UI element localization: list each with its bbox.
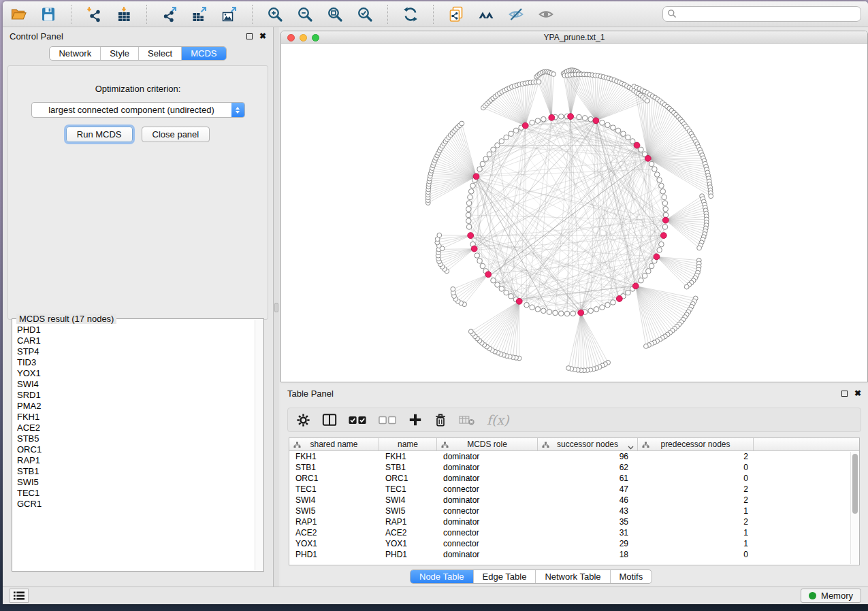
table-toolbar: f(x) [287,408,861,432]
mcds-result-item[interactable]: PHD1 [17,325,254,335]
table-row[interactable]: PHD1PHD1dominator180 [289,549,859,560]
tab-edge-table[interactable]: Edge Table [473,570,536,583]
maximize-window-icon[interactable] [312,34,319,42]
search-input[interactable] [662,6,861,22]
table-row[interactable]: TEC1TEC1connector472 [289,484,859,495]
float-table-panel-icon[interactable] [841,391,848,397]
table-scrollbar-thumb[interactable] [852,454,858,514]
add-column-icon[interactable] [408,413,422,427]
network-canvas[interactable] [281,44,867,382]
table-row[interactable]: SWI4SWI4dominator462 [289,495,859,506]
tab-style[interactable]: Style [100,47,138,60]
control-panel: Control Panel ✖ NetworkStyleSelectMCDS O… [3,27,274,587]
minimize-window-icon[interactable] [300,34,307,42]
tab-network-table[interactable]: Network Table [535,570,609,583]
zoom-in-icon[interactable] [266,5,284,23]
function-builder-icon[interactable]: f(x) [487,412,509,427]
mcds-result-item[interactable]: ACE2 [17,423,254,433]
attribute-type-icon [441,441,449,450]
zoom-fit-icon[interactable] [326,5,344,23]
criterion-dropdown[interactable]: largest connected component (undirected) [31,102,245,118]
table-row[interactable]: ACE2ACE2connector311 [289,527,859,538]
gear-icon[interactable] [296,413,310,427]
first-neighbors-icon[interactable] [477,5,495,23]
close-panel-icon[interactable]: ✖ [259,32,266,40]
control-panel-title: Control Panel [10,31,63,42]
zoom-out-icon[interactable] [296,5,314,23]
node-table: shared namenameMCDS rolesuccessor nodesp… [289,437,860,565]
export-table-icon[interactable] [191,5,208,23]
mcds-result-title: MCDS result (17 nodes) [16,314,116,324]
deselect-all-checkboxes-icon[interactable] [379,416,397,425]
criterion-value: largest connected component (undirected) [32,105,231,115]
table-row[interactable]: STB1STB1dominator620 [289,462,859,473]
tab-select[interactable]: Select [138,47,181,60]
mcds-list-scrollbar[interactable] [255,320,263,570]
column-header-shared-name[interactable]: shared name [289,438,379,450]
save-icon[interactable] [39,5,57,23]
table-row[interactable]: RAP1RAP1dominator352 [289,516,859,527]
mcds-result-item[interactable]: SWI5 [17,477,254,488]
mcds-result-item[interactable]: ORC1 [17,444,254,455]
mcds-result-item[interactable]: RAP1 [17,455,254,466]
memory-button[interactable]: Memory [801,589,861,603]
mcds-result-item[interactable]: TID3 [17,357,254,368]
table-row[interactable]: SWI5SWI5connector431 [289,506,859,516]
close-window-icon[interactable] [287,34,295,42]
panel-splitter[interactable] [274,27,279,587]
table-panel-title: Table Panel [287,389,334,399]
table-row[interactable]: YOX1YOX1connector291 [289,538,859,549]
toolbar-separator [146,5,147,24]
toolbar-separator [433,5,434,24]
show-all-icon[interactable] [537,5,555,23]
mcds-result-list[interactable]: PHD1CAR1STP4TID3YOX1SWI4SRD1PMA2FKH1ACE2… [17,325,254,569]
task-history-button[interactable] [10,589,29,603]
mcds-result-item[interactable]: CAR1 [17,335,254,346]
mcds-result-item[interactable]: TEC1 [17,488,254,499]
refresh-icon[interactable] [402,5,419,23]
mcds-result-item[interactable]: STB5 [17,433,254,444]
zoom-selected-icon[interactable] [356,5,374,23]
close-table-panel-icon[interactable]: ✖ [854,389,861,397]
search-box [662,6,861,22]
mcds-result-item[interactable]: SWI4 [17,379,254,390]
export-image-icon[interactable] [221,5,238,23]
column-header-name[interactable]: name [379,438,437,450]
mcds-result-item[interactable]: STB1 [17,466,254,477]
mcds-result-item[interactable]: YOX1 [17,368,254,379]
table-scrollbar[interactable] [850,452,858,564]
node-table-body: FKH1FKH1dominator962STB1STB1dominator620… [289,451,859,560]
tab-mcds[interactable]: MCDS [181,47,225,60]
table-row[interactable]: ORC1ORC1dominator610 [289,473,859,484]
mcds-result-item[interactable]: GCR1 [17,499,254,510]
export-network-icon[interactable] [161,5,178,23]
table-row[interactable]: FKH1FKH1dominator962 [289,451,859,462]
clone-network-icon[interactable] [447,5,465,23]
mcds-result-item[interactable]: STP4 [17,346,254,357]
close-panel-button[interactable]: Close panel [142,127,210,142]
select-all-checkboxes-icon[interactable] [349,416,367,425]
mcds-result-item[interactable]: SRD1 [17,390,254,401]
column-header-MCDS-role[interactable]: MCDS role [437,438,538,450]
mcds-result-item[interactable]: FKH1 [17,412,254,423]
tab-node-table[interactable]: Node Table [411,570,473,583]
toolbar-separator [387,5,388,24]
column-header-successor-nodes[interactable]: successor nodes [538,438,638,450]
import-network-icon[interactable] [85,5,103,23]
run-mcds-button[interactable]: Run MCDS [66,127,133,142]
toolbar-separator [252,5,253,24]
mcds-result-item[interactable]: PMA2 [17,401,254,412]
import-table-icon[interactable] [115,5,133,23]
splitter-grip[interactable] [274,303,278,312]
float-panel-icon[interactable] [246,33,253,39]
column-header-predecessor-nodes[interactable]: predecessor nodes [638,438,754,450]
open-folder-icon[interactable] [10,5,27,23]
tab-network[interactable]: Network [50,47,100,60]
attribute-type-icon [293,441,301,450]
hide-selected-icon[interactable] [507,5,525,23]
tab-motifs[interactable]: Motifs [610,570,652,583]
status-bar: Memory [3,587,868,604]
columns-icon[interactable] [322,413,337,427]
delete-table-icon[interactable] [459,414,475,426]
delete-column-icon[interactable] [434,413,447,427]
